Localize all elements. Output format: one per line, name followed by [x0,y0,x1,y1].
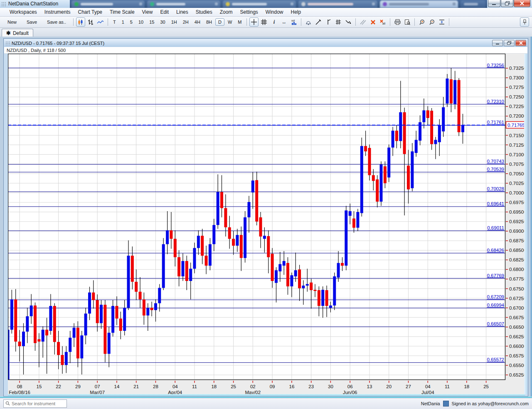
menu-workspaces[interactable]: Workspaces [6,8,41,16]
menu-time-scale[interactable]: Time Scale [106,8,138,16]
svg-text:0.70000: 0.70000 [509,190,525,195]
chart-restore-button[interactable] [504,40,515,46]
menu-settings[interactable]: Settings [236,8,261,16]
svg-text:0.72750: 0.72750 [509,85,525,90]
menu-window[interactable]: Window [262,8,287,16]
volume-button[interactable]: vol [289,17,298,27]
save-button[interactable]: Save [22,18,42,26]
timeframe-15[interactable]: 15 [147,18,157,26]
svg-text:0.69250: 0.69250 [509,219,525,224]
timeframe-D[interactable]: D [215,18,224,26]
toolbar-separator [301,18,301,26]
zoom-in-button[interactable] [417,17,426,27]
delete-x-icon [370,20,376,25]
timeframe-10[interactable]: 10 [136,18,146,26]
crosshair-icon [251,19,257,25]
toolbar-separator [73,18,74,26]
channel-tool-button[interactable] [334,17,343,27]
timeframe-4H[interactable]: 4H [192,18,203,26]
delete-all-button[interactable]: all [378,17,387,27]
browser-tab [71,0,145,8]
app-icon [1,2,6,6]
toolbar-separator [449,18,449,26]
price-chart[interactable]: 0.732560.723100.717610.707430.705390.700… [8,54,525,395]
menu-lines[interactable]: Lines [172,8,192,16]
vertical-line-tool-button[interactable] [324,17,333,27]
toolbar-separator [414,18,415,26]
timeframe-1H[interactable]: 1H [169,18,180,26]
close-button[interactable] [514,0,530,7]
svg-text:29: 29 [75,384,81,389]
fit-vertical-button[interactable] [437,17,446,27]
minimize-button[interactable] [488,0,500,7]
svg-text:0.69011: 0.69011 [487,225,504,230]
timeframe-W[interactable]: W [225,18,234,26]
workspace-tabbar: ✱ Default [0,28,532,37]
timeframe-M[interactable]: M [235,18,244,26]
menu-help[interactable]: Help [287,8,305,16]
svg-text:27: 27 [406,384,411,389]
ohlc-bar-chart-button[interactable] [86,17,95,27]
timeframe-30[interactable]: 30 [158,18,167,26]
svg-text:0.70028: 0.70028 [487,186,504,191]
chart-minimize-button[interactable] [492,40,503,46]
line-chart-button[interactable] [96,17,105,27]
candlestick-chart-svg[interactable]: 0.732560.723100.717610.707430.705390.700… [8,54,525,395]
print-button[interactable] [393,17,402,27]
menu-zoom[interactable]: Zoom [216,8,236,16]
parallel-lines-button[interactable] [358,17,367,27]
svg-text:21: 21 [133,384,139,389]
toolbar: New Save Save as.. T151015301H2H4H8HDWM … [0,17,532,28]
svg-text:0.73250: 0.73250 [509,66,525,71]
menu-view[interactable]: View [138,8,157,16]
toolbar-separator [390,18,390,26]
menu-chart-type[interactable]: Chart Type [74,8,106,16]
menubar: WorkspacesInstrumentsChart TypeTime Scal… [0,8,532,17]
svg-text:0.66750: 0.66750 [509,315,525,320]
chart-window-titlebar[interactable]: NZD/USD - 0.71765 - 09:37:37 15 Jul (CES… [4,39,527,47]
vertical-scrollbar[interactable] [524,54,527,394]
info-button[interactable]: i [269,17,278,27]
connection-status-icon [443,401,449,407]
timeframe-T[interactable]: T [111,18,118,26]
svg-text:0.71761: 0.71761 [487,120,504,125]
maximize-button[interactable] [501,0,513,7]
print-preview-button[interactable] [403,17,412,27]
timeframe-5[interactable]: 5 [128,18,135,26]
timeframe-1[interactable]: 1 [119,18,127,26]
pin-workspace-button[interactable] [520,17,529,27]
chart-close-button[interactable] [515,40,526,46]
svg-text:0.69500: 0.69500 [509,209,525,214]
browser-tab [147,0,220,8]
svg-text:18: 18 [464,384,469,389]
search-input[interactable] [11,401,62,407]
svg-text:0.69000: 0.69000 [509,229,525,234]
ray-tool-button[interactable] [344,17,353,27]
candlestick-chart-button[interactable] [76,17,85,27]
delete-selected-button[interactable] [368,17,377,27]
alerts-button[interactable] [304,17,313,27]
svg-text:0.71000: 0.71000 [509,152,525,157]
tab-default[interactable]: ✱ Default [2,29,33,37]
menu-studies[interactable]: Studies [192,8,216,16]
instrument-searchbox[interactable] [3,399,67,408]
svg-text:0.70539: 0.70539 [487,167,504,172]
chart-window-title: NZD/USD - 0.71765 - 09:37:37 15 Jul (CES… [12,41,104,46]
menu-instruments[interactable]: Instruments [41,8,74,16]
trendline-tool-button[interactable] [314,17,323,27]
grid-button[interactable] [259,17,268,27]
menu-edit[interactable]: Edit [156,8,172,16]
new-button[interactable]: New [2,18,22,26]
horizontal-resize-button[interactable]: ↔ [279,17,288,27]
timeframe-2H[interactable]: 2H [180,18,191,26]
save-as-button[interactable]: Save as.. [42,18,71,26]
crosshair-button[interactable] [249,17,259,27]
svg-text:0.65572: 0.65572 [487,357,504,362]
background-browser-tabs [70,0,487,8]
timeframe-8H[interactable]: 8H [204,18,214,26]
svg-text:06: 06 [347,384,353,389]
tab-default-label: Default [13,30,29,36]
zoom-out-button[interactable] [427,17,436,27]
svg-text:13: 13 [367,384,372,389]
horizontal-scrollbar[interactable] [8,394,525,396]
